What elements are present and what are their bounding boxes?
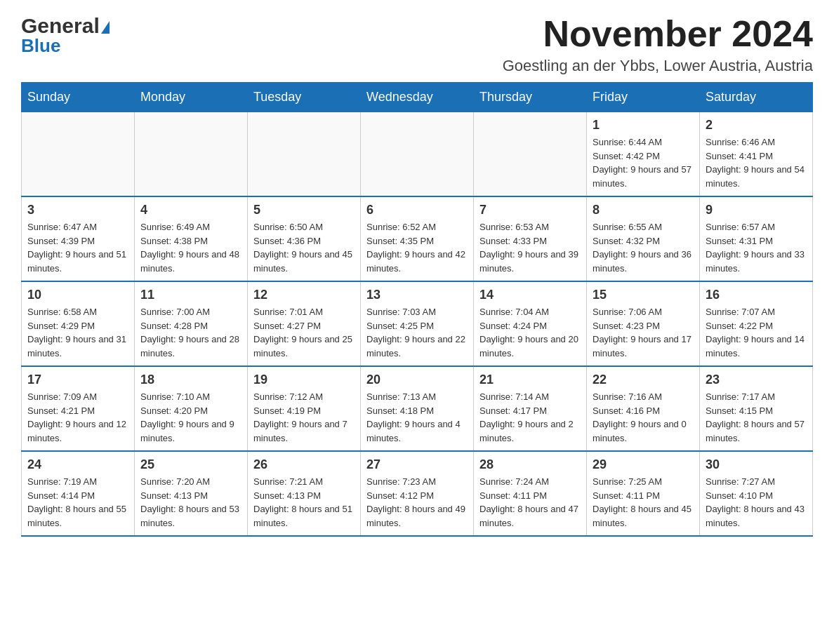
day-info: Sunrise: 7:27 AM Sunset: 4:10 PM Dayligh… bbox=[706, 475, 807, 530]
calendar-cell: 23Sunrise: 7:17 AM Sunset: 4:15 PM Dayli… bbox=[700, 366, 813, 451]
calendar-cell: 10Sunrise: 6:58 AM Sunset: 4:29 PM Dayli… bbox=[22, 281, 135, 366]
calendar-cell bbox=[248, 112, 361, 197]
day-info: Sunrise: 6:47 AM Sunset: 4:39 PM Dayligh… bbox=[27, 220, 128, 275]
day-info: Sunrise: 7:13 AM Sunset: 4:18 PM Dayligh… bbox=[366, 390, 468, 445]
calendar-cell bbox=[361, 112, 474, 197]
calendar-cell: 17Sunrise: 7:09 AM Sunset: 4:21 PM Dayli… bbox=[22, 366, 135, 451]
day-number: 7 bbox=[479, 203, 581, 217]
day-number: 16 bbox=[706, 288, 807, 302]
day-info: Sunrise: 7:21 AM Sunset: 4:13 PM Dayligh… bbox=[253, 475, 355, 530]
day-number: 14 bbox=[479, 288, 581, 302]
calendar-cell: 28Sunrise: 7:24 AM Sunset: 4:11 PM Dayli… bbox=[474, 451, 587, 536]
logo-general: General bbox=[21, 14, 100, 38]
day-number: 23 bbox=[706, 373, 807, 387]
day-number: 29 bbox=[593, 457, 694, 472]
calendar-table: Sunday Monday Tuesday Wednesday Thursday… bbox=[21, 82, 813, 537]
calendar-cell: 26Sunrise: 7:21 AM Sunset: 4:13 PM Dayli… bbox=[248, 451, 361, 536]
day-info: Sunrise: 6:55 AM Sunset: 4:32 PM Dayligh… bbox=[593, 220, 694, 275]
day-info: Sunrise: 6:50 AM Sunset: 4:36 PM Dayligh… bbox=[253, 220, 355, 275]
day-number: 30 bbox=[706, 457, 807, 472]
day-number: 12 bbox=[253, 288, 355, 302]
day-number: 15 bbox=[593, 288, 694, 302]
calendar-cell: 24Sunrise: 7:19 AM Sunset: 4:14 PM Dayli… bbox=[22, 451, 135, 536]
day-info: Sunrise: 7:07 AM Sunset: 4:22 PM Dayligh… bbox=[706, 305, 807, 360]
day-info: Sunrise: 7:25 AM Sunset: 4:11 PM Dayligh… bbox=[593, 475, 694, 530]
day-info: Sunrise: 6:44 AM Sunset: 4:42 PM Dayligh… bbox=[593, 135, 694, 190]
calendar-cell: 12Sunrise: 7:01 AM Sunset: 4:27 PM Dayli… bbox=[248, 281, 361, 366]
day-number: 17 bbox=[27, 373, 128, 387]
calendar-cell: 13Sunrise: 7:03 AM Sunset: 4:25 PM Dayli… bbox=[361, 281, 474, 366]
calendar-cell: 11Sunrise: 7:00 AM Sunset: 4:28 PM Dayli… bbox=[135, 281, 248, 366]
day-number: 6 bbox=[366, 203, 468, 217]
day-info: Sunrise: 7:19 AM Sunset: 4:14 PM Dayligh… bbox=[27, 475, 128, 530]
day-info: Sunrise: 7:17 AM Sunset: 4:15 PM Dayligh… bbox=[706, 390, 807, 445]
day-number: 20 bbox=[366, 373, 468, 387]
day-number: 8 bbox=[593, 203, 694, 217]
day-number: 4 bbox=[140, 203, 241, 217]
location-subtitle: Goestling an der Ybbs, Lower Austria, Au… bbox=[503, 57, 813, 75]
calendar-cell: 8Sunrise: 6:55 AM Sunset: 4:32 PM Daylig… bbox=[587, 196, 700, 281]
day-number: 13 bbox=[366, 288, 468, 302]
day-info: Sunrise: 7:14 AM Sunset: 4:17 PM Dayligh… bbox=[479, 390, 581, 445]
calendar-cell: 5Sunrise: 6:50 AM Sunset: 4:36 PM Daylig… bbox=[248, 196, 361, 281]
calendar-week-row: 24Sunrise: 7:19 AM Sunset: 4:14 PM Dayli… bbox=[22, 451, 813, 536]
calendar-cell bbox=[22, 112, 135, 197]
day-info: Sunrise: 7:20 AM Sunset: 4:13 PM Dayligh… bbox=[140, 475, 241, 530]
day-info: Sunrise: 7:23 AM Sunset: 4:12 PM Dayligh… bbox=[366, 475, 468, 530]
calendar-week-row: 10Sunrise: 6:58 AM Sunset: 4:29 PM Dayli… bbox=[22, 281, 813, 366]
calendar-cell: 15Sunrise: 7:06 AM Sunset: 4:23 PM Dayli… bbox=[587, 281, 700, 366]
logo-blue: Blue bbox=[21, 35, 60, 57]
calendar-cell: 27Sunrise: 7:23 AM Sunset: 4:12 PM Dayli… bbox=[361, 451, 474, 536]
day-info: Sunrise: 6:57 AM Sunset: 4:31 PM Dayligh… bbox=[706, 220, 807, 275]
calendar-cell: 14Sunrise: 7:04 AM Sunset: 4:24 PM Dayli… bbox=[474, 281, 587, 366]
day-number: 21 bbox=[479, 373, 581, 387]
day-number: 27 bbox=[366, 457, 468, 472]
page-header: General Blue November 2024 Goestling an … bbox=[21, 14, 813, 75]
day-info: Sunrise: 7:24 AM Sunset: 4:11 PM Dayligh… bbox=[479, 475, 581, 530]
col-monday: Monday bbox=[135, 83, 248, 112]
col-wednesday: Wednesday bbox=[361, 83, 474, 112]
day-number: 2 bbox=[706, 118, 807, 133]
logo-triangle-icon bbox=[101, 21, 110, 34]
calendar-header-row: Sunday Monday Tuesday Wednesday Thursday… bbox=[22, 83, 813, 112]
calendar-cell: 3Sunrise: 6:47 AM Sunset: 4:39 PM Daylig… bbox=[22, 196, 135, 281]
calendar-week-row: 3Sunrise: 6:47 AM Sunset: 4:39 PM Daylig… bbox=[22, 196, 813, 281]
calendar-cell: 4Sunrise: 6:49 AM Sunset: 4:38 PM Daylig… bbox=[135, 196, 248, 281]
calendar-cell: 7Sunrise: 6:53 AM Sunset: 4:33 PM Daylig… bbox=[474, 196, 587, 281]
day-number: 1 bbox=[593, 118, 694, 133]
calendar-cell: 21Sunrise: 7:14 AM Sunset: 4:17 PM Dayli… bbox=[474, 366, 587, 451]
day-info: Sunrise: 6:52 AM Sunset: 4:35 PM Dayligh… bbox=[366, 220, 468, 275]
day-info: Sunrise: 6:58 AM Sunset: 4:29 PM Dayligh… bbox=[27, 305, 128, 360]
day-info: Sunrise: 7:04 AM Sunset: 4:24 PM Dayligh… bbox=[479, 305, 581, 360]
day-info: Sunrise: 6:53 AM Sunset: 4:33 PM Dayligh… bbox=[479, 220, 581, 275]
calendar-cell: 22Sunrise: 7:16 AM Sunset: 4:16 PM Dayli… bbox=[587, 366, 700, 451]
calendar-cell bbox=[135, 112, 248, 197]
col-friday: Friday bbox=[587, 83, 700, 112]
calendar-cell: 30Sunrise: 7:27 AM Sunset: 4:10 PM Dayli… bbox=[700, 451, 813, 536]
day-info: Sunrise: 7:10 AM Sunset: 4:20 PM Dayligh… bbox=[140, 390, 241, 445]
logo: General Blue bbox=[21, 14, 110, 57]
calendar-week-row: 1Sunrise: 6:44 AM Sunset: 4:42 PM Daylig… bbox=[22, 112, 813, 197]
day-info: Sunrise: 7:06 AM Sunset: 4:23 PM Dayligh… bbox=[593, 305, 694, 360]
day-number: 28 bbox=[479, 457, 581, 472]
day-info: Sunrise: 7:00 AM Sunset: 4:28 PM Dayligh… bbox=[140, 305, 241, 360]
title-area: November 2024 Goestling an der Ybbs, Low… bbox=[503, 14, 813, 75]
day-number: 24 bbox=[27, 457, 128, 472]
day-number: 19 bbox=[253, 373, 355, 387]
calendar-cell: 1Sunrise: 6:44 AM Sunset: 4:42 PM Daylig… bbox=[587, 112, 700, 197]
day-info: Sunrise: 7:01 AM Sunset: 4:27 PM Dayligh… bbox=[253, 305, 355, 360]
calendar-cell: 2Sunrise: 6:46 AM Sunset: 4:41 PM Daylig… bbox=[700, 112, 813, 197]
calendar-cell: 6Sunrise: 6:52 AM Sunset: 4:35 PM Daylig… bbox=[361, 196, 474, 281]
day-number: 3 bbox=[27, 203, 128, 217]
calendar-cell: 18Sunrise: 7:10 AM Sunset: 4:20 PM Dayli… bbox=[135, 366, 248, 451]
day-info: Sunrise: 7:09 AM Sunset: 4:21 PM Dayligh… bbox=[27, 390, 128, 445]
calendar-cell: 9Sunrise: 6:57 AM Sunset: 4:31 PM Daylig… bbox=[700, 196, 813, 281]
col-sunday: Sunday bbox=[22, 83, 135, 112]
day-number: 25 bbox=[140, 457, 241, 472]
day-info: Sunrise: 7:16 AM Sunset: 4:16 PM Dayligh… bbox=[593, 390, 694, 445]
calendar-cell: 25Sunrise: 7:20 AM Sunset: 4:13 PM Dayli… bbox=[135, 451, 248, 536]
day-number: 10 bbox=[27, 288, 128, 302]
day-number: 5 bbox=[253, 203, 355, 217]
day-info: Sunrise: 7:12 AM Sunset: 4:19 PM Dayligh… bbox=[253, 390, 355, 445]
main-title: November 2024 bbox=[503, 14, 813, 54]
